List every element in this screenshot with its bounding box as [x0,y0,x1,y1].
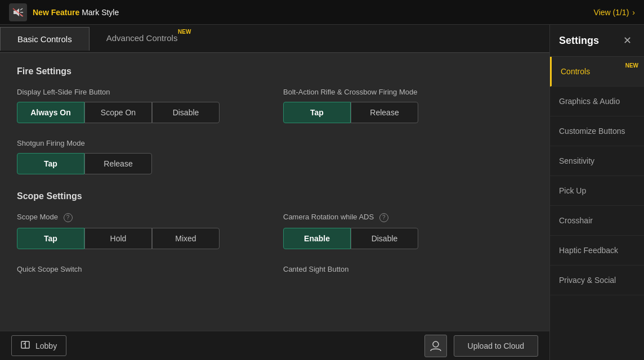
sidebar-item-sensitivity[interactable]: Sensitivity [550,146,644,176]
advanced-controls-new-badge: NEW [178,29,191,35]
main-layout: Basic Controls Advanced Controls NEW Fir… [0,25,644,360]
quick-scope-label: Quick Scope Switch [17,265,266,273]
right-sidebar: Settings ✕ Controls NEW Graphics & Audio… [549,25,644,360]
fire-settings-row1: Display Left-Side Fire Button Always On … [17,88,533,139]
scope-mode-hold[interactable]: Hold [84,228,152,249]
sidebar-item-privacy-social[interactable]: Privacy & Social [550,266,644,295]
bottom-bar: Lobby Upload to Cloud [0,331,549,360]
left-fire-btn-group: Always On Scope On Disable [17,102,266,123]
left-fire-always-on[interactable]: Always On [17,102,84,123]
svg-point-6 [433,341,439,347]
lobby-icon [21,340,31,351]
bolt-release[interactable]: Release [351,102,418,123]
camera-rotation-setting: Camera Rotation while ADS ? Enable Disab… [283,213,533,249]
scope-settings-title: Scope Settings [17,191,533,201]
tabs-bar: Basic Controls Advanced Controls NEW [0,25,549,53]
shotgun-setting: Shotgun Firing Mode Tap Release [17,139,533,174]
avatar-button[interactable] [424,335,447,357]
sidebar-item-haptic-feedback[interactable]: Haptic Feedback [550,236,644,266]
canted-sight-label: Canted Sight Button [283,265,533,273]
scope-settings-row1: Scope Mode ? Tap Hold Mixed Camera Rotat… [17,213,533,265]
quick-scope-setting: Quick Scope Switch [17,265,266,279]
scope-mode-btn-group: Tap Hold Mixed [17,228,266,249]
bolt-setting: Bolt-Action Rifle & Crossbow Firing Mode… [283,88,533,123]
bolt-tap[interactable]: Tap [283,102,351,123]
left-fire-disable[interactable]: Disable [152,102,220,123]
shotgun-label: Shotgun Firing Mode [17,139,533,147]
new-feature-text: New Feature Mark Style [33,8,119,17]
upload-to-cloud-button[interactable]: Upload to Cloud [454,335,538,357]
camera-rotation-label: Camera Rotation while ADS ? [283,213,533,222]
shotgun-tap[interactable]: Tap [17,153,84,174]
tab-advanced-controls[interactable]: Advanced Controls NEW [90,26,195,51]
settings-close-button[interactable]: ✕ [619,33,635,48]
scope-mode-label: Scope Mode ? [17,213,266,222]
scroll-content[interactable]: Fire Settings Display Left-Side Fire But… [0,53,549,331]
sidebar-item-controls[interactable]: Controls NEW [550,57,644,87]
sidebar-title: Settings [559,35,599,47]
scope-mode-info-icon[interactable]: ? [64,213,73,222]
bottom-right-buttons: Upload to Cloud [424,335,538,357]
sidebar-header: Settings ✕ [550,25,644,57]
camera-disable[interactable]: Disable [351,228,418,249]
left-fire-label: Display Left-Side Fire Button [17,88,266,96]
view-button[interactable]: View (1/1) › [594,8,635,17]
top-bar-left: New Feature Mark Style [9,3,119,21]
canted-sight-setting: Canted Sight Button [283,265,533,279]
sidebar-item-pick-up[interactable]: Pick Up [550,176,644,206]
sidebar-item-graphics-audio[interactable]: Graphics & Audio [550,87,644,116]
fire-settings-title: Fire Settings [17,66,533,76]
camera-info-icon[interactable]: ? [379,213,388,222]
shotgun-btn-group: Tap Release [17,153,533,174]
left-fire-scope-on[interactable]: Scope On [84,102,152,123]
bolt-btn-group: Tap Release [283,102,533,123]
svg-line-1 [20,8,23,10]
sidebar-item-customize-buttons[interactable]: Customize Buttons [550,116,644,146]
camera-enable[interactable]: Enable [283,228,351,249]
content-area: Basic Controls Advanced Controls NEW Fir… [0,25,549,360]
scope-section-divider: Scope Settings [17,191,533,201]
chevron-right-icon: › [632,8,635,17]
scope-settings-row2: Quick Scope Switch Canted Sight Button [17,265,533,295]
lobby-button[interactable]: Lobby [11,335,66,356]
bolt-label: Bolt-Action Rifle & Crossbow Firing Mode [283,88,533,96]
tab-basic-controls[interactable]: Basic Controls [0,27,90,51]
speaker-icon[interactable] [9,3,27,21]
camera-btn-group: Enable Disable [283,228,533,249]
left-fire-setting: Display Left-Side Fire Button Always On … [17,88,266,123]
top-bar: New Feature Mark Style View (1/1) › [0,0,644,25]
sidebar-item-crosshair[interactable]: Crosshair [550,206,644,236]
scope-mode-tap[interactable]: Tap [17,228,84,249]
shotgun-release[interactable]: Release [84,153,152,174]
scope-mode-setting: Scope Mode ? Tap Hold Mixed [17,213,266,249]
scope-mode-mixed[interactable]: Mixed [152,228,220,249]
controls-new-badge: NEW [625,62,638,69]
